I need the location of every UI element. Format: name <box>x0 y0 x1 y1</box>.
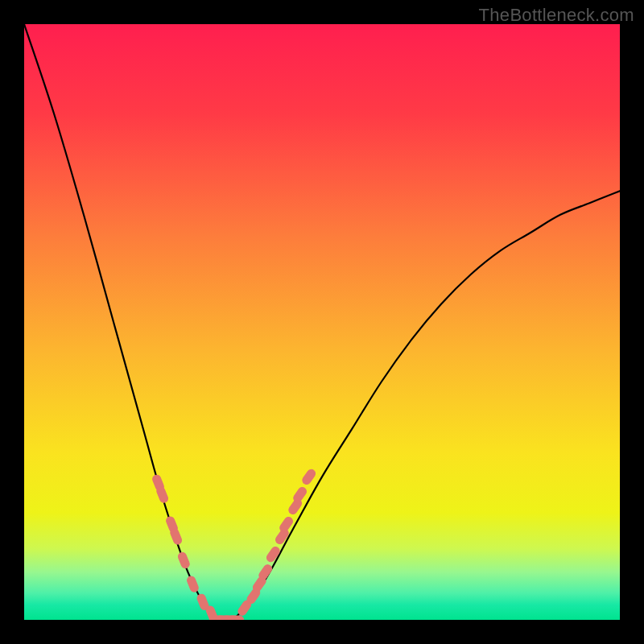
curve-marker <box>228 616 244 620</box>
chart-svg <box>24 24 620 620</box>
plot-area <box>24 24 620 620</box>
chart-frame: TheBottleneck.com <box>0 0 644 644</box>
watermark-text: TheBottleneck.com <box>479 5 634 26</box>
